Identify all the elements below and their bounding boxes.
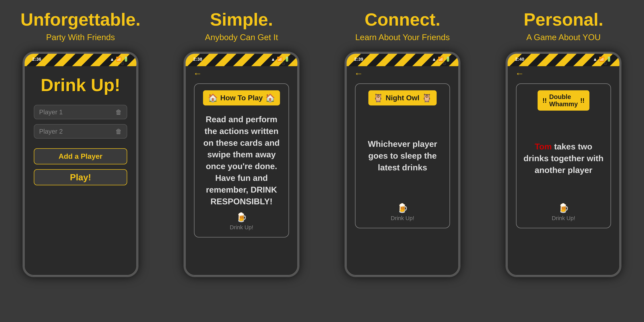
wifi-icon-2: 📶 <box>277 56 282 62</box>
wifi-icon-4: 📶 <box>599 56 604 62</box>
card-title-2: How To Play <box>220 94 263 102</box>
footer-label-2: Drink Up! <box>230 224 253 230</box>
card-badge-3: 🦉 Night Owl 🦉 <box>368 90 437 106</box>
player-2-input[interactable]: Player 2 🗑 <box>34 124 127 138</box>
status-icons-1: ▲ 📶 🔋 <box>110 56 129 62</box>
camera-notch-4 <box>604 62 607 65</box>
beer-icon-4: 🍺 <box>558 203 569 213</box>
phone-vol-down <box>22 108 23 119</box>
play-label: Play! <box>70 172 91 182</box>
phone-1: 2:36 ▲ 📶 🔋 Drink Up! Player 1 🗑 P <box>22 52 138 277</box>
card-emoji-left-2: 🏠 <box>208 93 218 102</box>
time-3: 2:39 <box>354 57 363 62</box>
status-icons-3: ▲ 📶 🔋 <box>432 56 451 62</box>
screen1-main: Drink Up! Player 1 🗑 Player 2 🗑 Add a Pl… <box>24 64 137 276</box>
card-body-2: Read and perform the actions written on … <box>201 114 282 207</box>
column-subtitle-4: A Game About YOU <box>526 32 601 42</box>
phone-screen-1: 2:36 ▲ 📶 🔋 Drink Up! Player 1 🗑 P <box>24 53 137 276</box>
card-body-highlight-4: Tom takes two drinks together with anoth… <box>523 141 604 176</box>
card-title-4: DoubleWhammy <box>549 93 578 108</box>
card-container-2: 🏠 How To Play 🏠 Read and perform the act… <box>194 84 289 238</box>
signal-icon-1: ▲ <box>110 57 114 62</box>
player-1-label: Player 1 <box>39 108 63 116</box>
status-bar-3: 2:39 ▲ 📶 🔋 <box>346 53 459 64</box>
column-subtitle-3: Learn About Your Friends <box>355 32 450 42</box>
phone-power-3 <box>460 98 460 114</box>
column-subtitle-1: Party With Friends <box>46 32 115 42</box>
column-connect: Connect. Learn About Your Friends 2:39 ▲… <box>322 0 483 322</box>
trash-icon-1[interactable]: 🗑 <box>116 108 122 116</box>
card-body-4: Tom takes two drinks together with anoth… <box>523 119 604 198</box>
card-screen-3: ← 🦉 Night Owl 🦉 Whichever player goes to… <box>346 64 459 276</box>
status-icons-4: ▲ 📶 🔋 <box>593 56 612 62</box>
battery-icon-2: 🔋 <box>284 56 290 62</box>
time-2: 2:38 <box>193 57 202 62</box>
card-emoji-right-2: 🏠 <box>265 93 275 102</box>
battery-icon-1: 🔋 <box>123 56 129 62</box>
phone-content-1: 2:36 ▲ 📶 🔋 Drink Up! Player 1 🗑 P <box>24 53 137 276</box>
trash-icon-2[interactable]: 🗑 <box>116 128 122 135</box>
phone-content-2: 2:38 ▲ 📶 🔋 ← 🏠 How To Play 🏠 <box>185 53 298 276</box>
play-button[interactable]: Play! <box>34 169 127 185</box>
card-footer-4: 🍺 Drink Up! <box>552 203 575 222</box>
card-title-3: Night Owl <box>386 94 420 102</box>
column-unforgettable: Unforgettable. Party With Friends 2:36 ▲… <box>0 0 161 322</box>
beer-icon-3: 🍺 <box>397 203 408 213</box>
back-arrow-3[interactable]: ← <box>354 68 363 78</box>
phone-vol-down-3 <box>344 108 345 119</box>
phone-vol-up-2 <box>184 94 184 105</box>
signal-icon-2: ▲ <box>271 57 275 62</box>
time-1: 2:36 <box>32 57 41 62</box>
phone-2: 2:38 ▲ 📶 🔋 ← 🏠 How To Play 🏠 <box>184 52 300 277</box>
wifi-icon-1: 📶 <box>116 56 122 62</box>
column-title-4: Personal. <box>524 10 603 29</box>
column-title-2: Simple. <box>210 10 273 29</box>
back-arrow-2[interactable]: ← <box>193 68 202 78</box>
card-screen-2: ← 🏠 How To Play 🏠 Read and perform the a… <box>185 64 298 276</box>
camera-notch-2 <box>282 62 285 65</box>
phone-power-4 <box>621 98 622 114</box>
player-name-highlight: Tom <box>535 142 552 151</box>
column-subtitle-2: Anybody Can Get It <box>205 32 278 42</box>
card-badge-2: 🏠 How To Play 🏠 <box>203 90 280 106</box>
footer-label-4: Drink Up! <box>552 215 575 222</box>
column-title-1: Unforgettable. <box>20 10 140 29</box>
footer-label-3: Drink Up! <box>391 215 414 222</box>
camera-notch-3 <box>443 62 446 65</box>
phone-content-4: 2:40 ▲ 📶 🔋 ← !! DoubleWhammy !! <box>507 53 620 276</box>
phone-vol-up <box>22 94 23 105</box>
battery-icon-3: 🔋 <box>445 56 451 62</box>
status-bar-2: 2:38 ▲ 📶 🔋 <box>185 53 298 64</box>
phone-power <box>138 98 138 114</box>
card-container-4: !! DoubleWhammy !! Tom takes two drinks … <box>516 84 611 228</box>
beer-icon-2: 🍺 <box>236 212 247 222</box>
card-badge-4: !! DoubleWhammy !! <box>538 90 589 110</box>
phone-content-3: 2:39 ▲ 📶 🔋 ← 🦉 Night Owl 🦉 <box>346 53 459 276</box>
camera-notch-1 <box>121 62 124 65</box>
add-player-button[interactable]: Add a Player <box>34 148 127 164</box>
phone-vol-down-2 <box>184 108 184 119</box>
wifi-icon-3: 📶 <box>438 56 444 62</box>
phone-screen-3: 2:39 ▲ 📶 🔋 ← 🦉 Night Owl 🦉 <box>346 53 459 276</box>
status-bar-1: 2:36 ▲ 📶 🔋 <box>24 53 137 64</box>
card-emoji-right-4: !! <box>580 97 584 104</box>
signal-icon-4: ▲ <box>593 57 597 62</box>
phone-vol-up-3 <box>344 94 345 105</box>
drink-up-title: Drink Up! <box>41 75 120 95</box>
column-personal: Personal. A Game About YOU 2:40 ▲ 📶 🔋 <box>483 0 644 322</box>
player-2-label: Player 2 <box>39 128 63 135</box>
column-title-3: Connect. <box>365 10 440 29</box>
card-container-3: 🦉 Night Owl 🦉 Whichever player goes to s… <box>355 84 450 228</box>
phone-screen-2: 2:38 ▲ 📶 🔋 ← 🏠 How To Play 🏠 <box>185 53 298 276</box>
phone-power-2 <box>299 98 300 114</box>
back-arrow-4[interactable]: ← <box>515 68 524 78</box>
phone-screen-4: 2:40 ▲ 📶 🔋 ← !! DoubleWhammy !! <box>507 53 620 276</box>
card-emoji-left-3: 🦉 <box>373 93 383 102</box>
phone-vol-up-4 <box>506 94 506 105</box>
signal-icon-3: ▲ <box>432 57 436 62</box>
phone-vol-down-4 <box>506 108 506 119</box>
card-body-3: Whichever player goes to sleep the lates… <box>362 114 443 198</box>
player-1-input[interactable]: Player 1 🗑 <box>34 105 127 119</box>
card-footer-3: 🍺 Drink Up! <box>391 203 414 222</box>
phone-3: 2:39 ▲ 📶 🔋 ← 🦉 Night Owl 🦉 <box>344 52 460 277</box>
